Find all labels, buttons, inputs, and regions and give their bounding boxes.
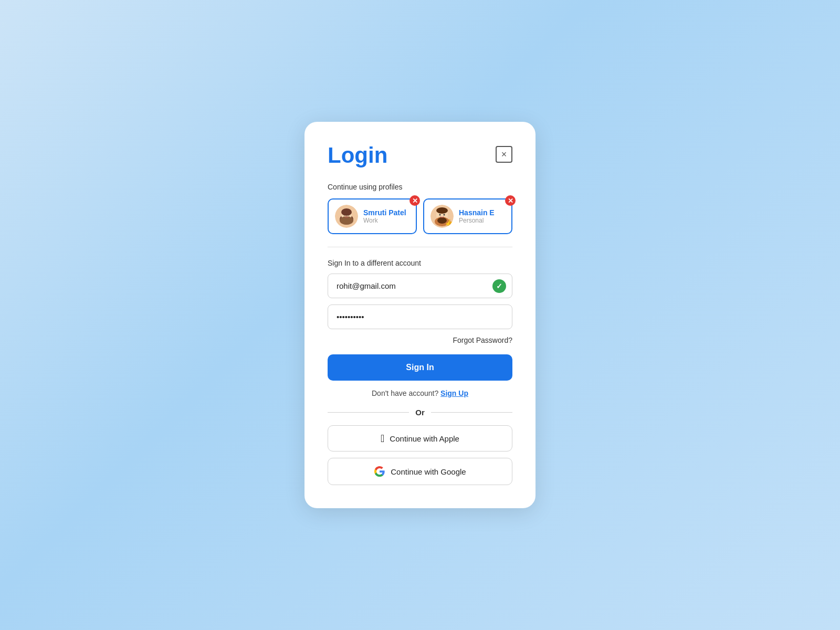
password-input[interactable] — [328, 304, 512, 329]
avatar-hasnain: 👍 — [430, 205, 454, 228]
svg-point-12 — [444, 214, 445, 216]
avatar-smruti — [335, 205, 358, 228]
apple-signin-label: Continue with Apple — [390, 434, 459, 443]
remove-icon-hasnain: ✕ — [508, 197, 513, 204]
google-signin-label: Continue with Google — [391, 467, 466, 476]
email-input[interactable] — [328, 274, 512, 298]
or-label: Or — [415, 408, 425, 417]
password-wrapper — [328, 304, 512, 329]
svg-point-13 — [436, 207, 448, 214]
profile-card-smruti[interactable]: ✕ Smruti Patel Work — [328, 198, 417, 234]
profile-info-smruti: Smruti Patel Work — [363, 208, 406, 224]
profile-type-smruti: Work — [363, 217, 406, 224]
svg-point-6 — [341, 208, 352, 216]
svg-text:👍: 👍 — [445, 218, 453, 226]
forgot-password-link[interactable]: Forgot Password? — [453, 336, 512, 344]
sign-up-link[interactable]: Sign Up — [440, 389, 468, 397]
remove-profile-hasnain[interactable]: ✕ — [505, 195, 516, 206]
card-header: Login × — [328, 143, 512, 168]
page-title: Login — [328, 143, 387, 168]
profile-type-hasnain: Personal — [459, 217, 495, 224]
no-account-text: Don't have account? — [372, 389, 438, 397]
profile-name-hasnain: Hasnain E — [459, 208, 495, 217]
sign-in-button[interactable]: Sign In — [328, 354, 512, 381]
signup-row: Don't have account? Sign Up — [328, 389, 512, 397]
profiles-section-label: Continue using profiles — [328, 183, 512, 191]
close-icon: × — [501, 150, 507, 159]
different-account-label: Sign In to a different account — [328, 259, 512, 267]
or-divider: Or — [328, 408, 512, 417]
close-button[interactable]: × — [496, 146, 512, 163]
or-line-left — [328, 412, 409, 413]
profile-info-hasnain: Hasnain E Personal — [459, 208, 495, 224]
remove-profile-smruti[interactable]: ✕ — [410, 195, 420, 206]
apple-signin-button[interactable]:  Continue with Apple — [328, 425, 512, 452]
google-signin-button[interactable]: Continue with Google — [328, 458, 512, 485]
email-wrapper: ✓ — [328, 274, 512, 298]
profile-name-smruti: Smruti Patel — [363, 208, 406, 217]
divider-profiles — [328, 247, 512, 247]
svg-point-11 — [439, 214, 441, 216]
or-line-right — [431, 412, 512, 413]
profiles-row: ✕ Smruti Patel Work — [328, 198, 512, 234]
forgot-row: Forgot Password? — [328, 335, 512, 345]
remove-icon-smruti: ✕ — [412, 197, 418, 204]
email-valid-icon: ✓ — [492, 279, 506, 293]
profile-card-hasnain[interactable]: ✕ 👍 H — [423, 198, 512, 234]
apple-icon:  — [381, 433, 384, 444]
login-card: Login × Continue using profiles ✕ — [304, 122, 536, 508]
google-icon — [374, 466, 385, 477]
